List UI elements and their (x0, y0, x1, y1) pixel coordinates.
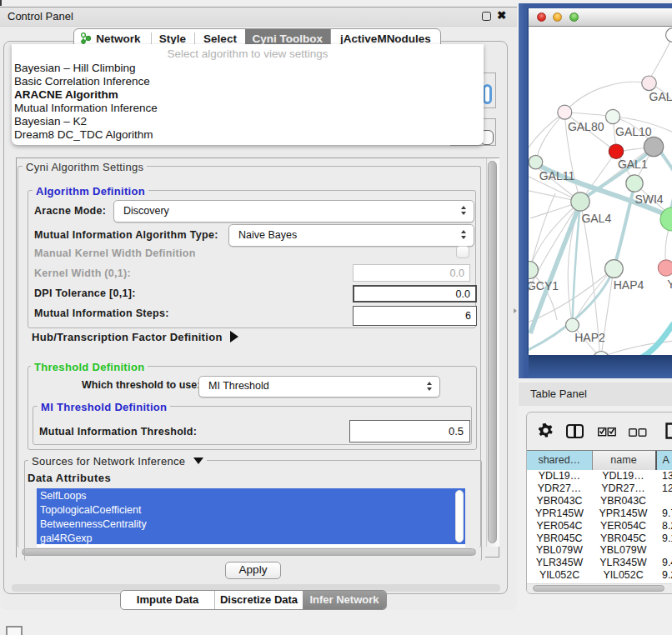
svg-text:GAL4: GAL4 (581, 212, 611, 225)
svg-text:HAP2: HAP2 (574, 331, 605, 344)
svg-text:GAL11: GAL11 (539, 169, 575, 182)
svg-text:HAP4: HAP4 (614, 278, 644, 292)
svg-text:SWI4: SWI4 (634, 192, 663, 206)
svg-text:GAL80: GAL80 (568, 120, 604, 133)
svg-text:GAL2: GAL2 (649, 90, 672, 103)
svg-text:GAL10: GAL10 (615, 125, 652, 138)
svg-text:Y: Y (667, 278, 672, 291)
svg-text:GCY1: GCY1 (529, 279, 559, 292)
svg-text:GAL1: GAL1 (618, 158, 648, 171)
